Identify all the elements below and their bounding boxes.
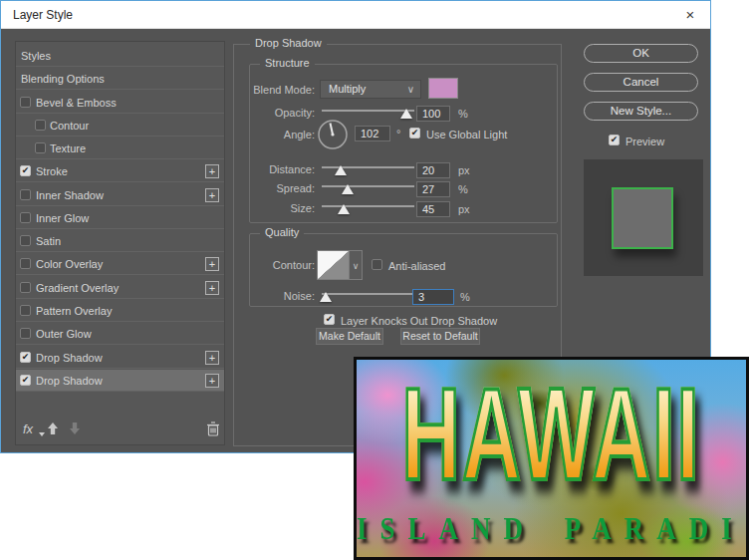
effect-checkbox[interactable] (20, 282, 31, 293)
sidebar-item-label: Satin (36, 235, 61, 247)
slider-thumb[interactable] (338, 204, 350, 214)
anti-aliased-label: Anti-aliased (388, 260, 445, 272)
sidebar-item-label: Pattern Overlay (36, 305, 112, 317)
add-effect-button[interactable]: + (205, 164, 219, 178)
cancel-button[interactable]: Cancel (584, 73, 698, 92)
sidebar-item-label: Styles (21, 50, 51, 62)
effect-checkbox[interactable] (35, 120, 46, 131)
distance-label: Distance: (250, 163, 315, 175)
sidebar-item-outer-glow[interactable]: Outer Glow (16, 323, 224, 345)
noise-slider[interactable] (322, 289, 414, 303)
styles-list-footer: fx (16, 420, 224, 438)
sidebar-item-inner-glow[interactable]: Inner Glow (16, 207, 224, 229)
delete-effect-trash-icon[interactable] (206, 421, 220, 436)
sidebar-item-stroke[interactable]: Stroke + (16, 160, 224, 182)
effect-checkbox[interactable] (35, 142, 46, 153)
opacity-slider[interactable] (322, 106, 414, 120)
blend-mode-select[interactable]: Multiply ∨ (320, 80, 421, 99)
add-effect-button[interactable]: + (205, 257, 219, 271)
effect-checkbox[interactable] (20, 212, 31, 223)
sidebar-item-styles[interactable]: Styles (16, 45, 224, 67)
title-bar[interactable]: Layer Style × (1, 1, 710, 29)
sidebar-item-label: Inner Glow (36, 212, 89, 224)
contour-picker[interactable] (317, 250, 350, 280)
layer-knockout-label: Layer Knocks Out Drop Shadow (341, 315, 497, 327)
distance-value-field[interactable]: 20 (416, 162, 450, 178)
slider-thumb[interactable] (400, 109, 412, 119)
blend-mode-label: Blend Mode: (250, 84, 315, 96)
size-slider[interactable] (322, 201, 414, 215)
screen: Layer Style × Styles Blending Options Be… (0, 0, 749, 560)
effect-checkbox[interactable] (20, 375, 31, 386)
reset-to-default-button[interactable]: Reset to Default (400, 328, 480, 345)
opacity-unit: % (458, 108, 468, 120)
anti-aliased-checkbox[interactable] (372, 259, 382, 270)
effect-checkbox[interactable] (20, 328, 31, 339)
sidebar-item-contour[interactable]: Contour (16, 115, 224, 137)
slider-track (322, 205, 414, 207)
effect-checkbox[interactable] (20, 352, 31, 363)
preview-shape (612, 187, 673, 249)
angle-value-field[interactable]: 102 (355, 126, 390, 141)
add-effect-button[interactable]: + (205, 188, 219, 202)
sidebar-item-label: Drop Shadow (36, 352, 103, 364)
sidebar-item-drop-shadow-1[interactable]: Drop Shadow + (16, 347, 224, 369)
effect-checkbox[interactable] (20, 165, 31, 176)
quality-group-title: Quality (260, 226, 304, 238)
sidebar-item-label: Texture (50, 142, 86, 154)
effect-checkbox[interactable] (20, 258, 31, 269)
move-effect-down-icon[interactable] (68, 421, 82, 435)
size-label: Size: (250, 202, 315, 214)
layer-knockout-checkbox[interactable] (324, 314, 335, 325)
chevron-down-icon: ∨ (407, 81, 414, 98)
slider-thumb[interactable] (335, 165, 347, 175)
sidebar-item-satin[interactable]: Satin (16, 230, 224, 252)
size-value-field[interactable]: 45 (416, 201, 450, 217)
slider-thumb[interactable] (320, 292, 332, 302)
sidebar-item-label: Gradient Overlay (36, 282, 119, 294)
sidebar-item-label: Contour (50, 120, 89, 132)
sidebar-item-label: Blending Options (21, 73, 105, 85)
shadow-color-swatch[interactable] (428, 78, 458, 99)
sidebar-item-label: Bevel & Emboss (36, 97, 117, 109)
effect-checkbox[interactable] (20, 235, 31, 246)
slider-thumb[interactable] (342, 184, 354, 194)
close-icon[interactable]: × (678, 4, 702, 26)
make-default-button[interactable]: Make Default (316, 328, 383, 345)
sidebar-item-color-overlay[interactable]: Color Overlay + (16, 253, 224, 275)
artwork-subtitle: ISLAND PARADISE (357, 510, 746, 547)
sidebar-item-blending-options[interactable]: Blending Options (16, 68, 224, 90)
distance-slider[interactable] (322, 162, 414, 176)
structure-group: Structure Blend Mode: Multiply ∨ Opacity… (249, 64, 558, 223)
sidebar-item-inner-shadow[interactable]: Inner Shadow + (16, 184, 224, 206)
effect-checkbox[interactable] (20, 189, 31, 200)
move-effect-up-icon[interactable] (46, 421, 60, 435)
ok-button[interactable]: OK (584, 44, 698, 63)
blend-mode-value: Multiply (329, 83, 366, 95)
noise-unit: % (460, 291, 470, 303)
window-title: Layer Style (13, 8, 73, 22)
slider-track (322, 293, 414, 295)
contour-chevron-icon[interactable]: ∨ (350, 250, 363, 280)
angle-label: Angle: (250, 129, 315, 140)
sidebar-item-texture[interactable]: Texture (16, 138, 224, 159)
new-style-button[interactable]: New Style... (584, 102, 698, 121)
angle-dial[interactable] (317, 119, 349, 150)
effect-checkbox[interactable] (20, 305, 31, 316)
sidebar-item-bevel-emboss[interactable]: Bevel & Emboss (16, 92, 224, 114)
fx-menu-button[interactable]: fx (23, 421, 33, 436)
preview-checkbox[interactable] (609, 135, 620, 145)
spread-value-field[interactable]: 27 (416, 181, 450, 197)
add-effect-button[interactable]: + (205, 281, 219, 295)
sidebar-item-drop-shadow-2[interactable]: Drop Shadow + (16, 370, 224, 392)
sidebar-item-pattern-overlay[interactable]: Pattern Overlay (16, 300, 224, 322)
effect-checkbox[interactable] (20, 97, 31, 108)
add-effect-button[interactable]: + (205, 351, 219, 365)
noise-label: Noise: (250, 290, 315, 302)
spread-slider[interactable] (322, 181, 414, 195)
use-global-light-checkbox[interactable] (409, 128, 420, 139)
add-effect-button[interactable]: + (205, 374, 219, 388)
opacity-value-field[interactable]: 100 (416, 106, 450, 122)
sidebar-item-gradient-overlay[interactable]: Gradient Overlay + (16, 277, 224, 299)
noise-value-field[interactable]: 3 (412, 289, 454, 305)
